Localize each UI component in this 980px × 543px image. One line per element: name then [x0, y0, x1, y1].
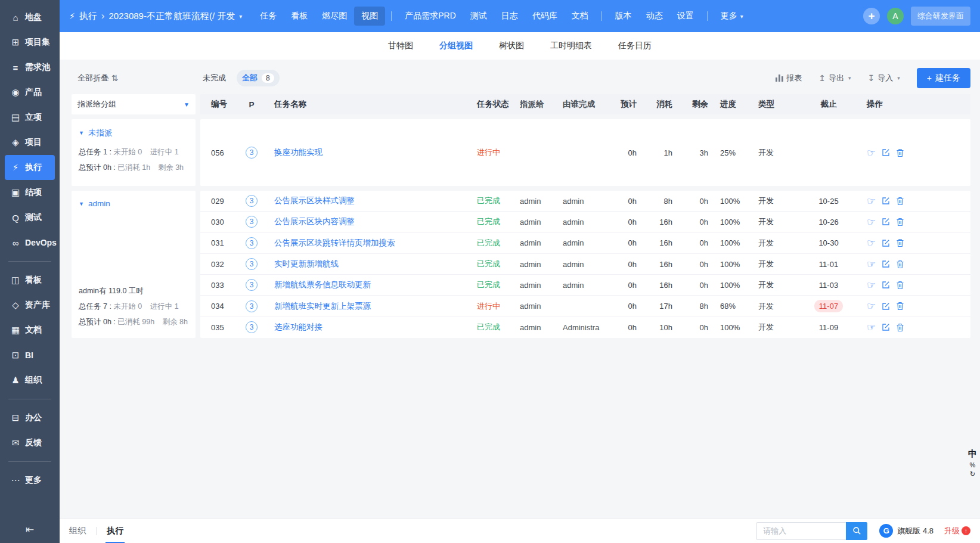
top-menu-item-build[interactable]: 版本 ▾ — [608, 7, 639, 26]
sidebar-item-more[interactable]: ⋯ 更多 — [0, 468, 60, 493]
view-tab-effort[interactable]: 工时明细表 — [550, 41, 592, 51]
assign-icon[interactable]: ☞ — [867, 196, 876, 206]
sidebar-item-product[interactable]: ◉ 产品 — [0, 80, 60, 105]
collapse-all-button[interactable]: 全部折叠 ⇅ — [72, 73, 119, 83]
task-name-link[interactable]: 实时更新新增航线 — [265, 259, 470, 269]
edit-icon[interactable] — [882, 260, 890, 268]
sidebar-item-office[interactable]: ⊟ 办公 — [0, 405, 60, 430]
top-menu-item-test[interactable]: 测试 ▾ — [463, 7, 494, 26]
view-tab-calendar[interactable]: 任务日历 — [618, 41, 652, 51]
view-tab-gantt[interactable]: 甘特图 — [388, 41, 413, 51]
sidebar-item-feedback[interactable]: ✉ 反馈 — [0, 430, 60, 455]
top-menu-item-burndown[interactable]: 燃尽图 ▾ — [315, 7, 354, 26]
sidebar-item-closure[interactable]: ▣ 结项 — [0, 180, 60, 205]
assign-icon[interactable]: ☞ — [867, 259, 876, 269]
sidebar-item-project-set[interactable]: ⊞ 项目集 — [0, 30, 60, 55]
col-header-type[interactable]: 类型 — [752, 99, 806, 110]
sidebar-item-kanban[interactable]: ◫ 看板 — [0, 268, 60, 293]
edit-icon[interactable] — [882, 197, 890, 205]
col-header-deadline[interactable]: 截止 — [806, 99, 851, 110]
col-header-left[interactable]: 剩余 — [682, 99, 715, 110]
col-header-assigned-to[interactable]: 指派给 — [520, 99, 563, 110]
task-name-link[interactable]: 公告展示区块内容调整 — [265, 216, 470, 227]
ime-lang-indicator[interactable]: 中 — [968, 448, 977, 460]
edit-icon[interactable] — [882, 281, 890, 289]
assign-icon[interactable]: ☞ — [867, 148, 876, 158]
sidebar-collapse-button[interactable]: ⇤ — [0, 523, 60, 543]
delete-icon[interactable] — [896, 302, 904, 311]
top-menu-item-prd[interactable]: 产品需求PRD ▾ — [398, 7, 463, 26]
sidebar-item-assets[interactable]: ◇ 资产库 — [0, 293, 60, 318]
create-task-button[interactable]: + 建任务 — [917, 68, 970, 88]
filter-unfinished[interactable]: 未完成 — [200, 69, 228, 87]
edit-icon[interactable] — [882, 302, 890, 311]
sidebar-item-doc[interactable]: ▦ 文档 — [0, 318, 60, 343]
sidebar-item-execution[interactable]: ⚡ 执行 — [5, 155, 55, 180]
footer-search-input[interactable] — [756, 522, 846, 540]
col-header-progress[interactable]: 进度 — [715, 99, 752, 110]
delete-icon[interactable] — [896, 323, 904, 332]
group-toggle-unassigned[interactable]: ▼ 未指派 — [79, 128, 188, 138]
col-header-finished-by[interactable]: 由谁完成 — [563, 99, 612, 110]
view-tab-tree[interactable]: 树状图 — [499, 41, 524, 51]
breadcrumb-app[interactable]: 执行 — [79, 11, 97, 22]
assign-icon[interactable]: ☞ — [867, 217, 876, 227]
top-menu-item-more[interactable]: 更多 ▾ — [714, 7, 750, 26]
assign-icon[interactable]: ☞ — [867, 301, 876, 311]
delete-icon[interactable] — [896, 281, 904, 290]
assign-icon[interactable]: ☞ — [867, 322, 876, 333]
task-name-link[interactable]: 公告展示区块样式调整 — [265, 196, 470, 206]
edit-icon[interactable] — [882, 239, 890, 247]
sidebar-item-org[interactable]: ♟ 组织 — [0, 368, 60, 393]
upgrade-link[interactable]: 升级 ↑ — [944, 526, 970, 536]
filter-all[interactable]: 全部 8 — [237, 70, 280, 86]
quick-create-button[interactable]: + — [863, 8, 880, 24]
breadcrumb-project[interactable]: 2023089-不正常航班流程(/ 开发 — [109, 11, 235, 22]
edit-icon[interactable] — [882, 148, 890, 157]
sidebar-item-home[interactable]: ⌂ 地盘 — [0, 5, 60, 30]
delete-icon[interactable] — [896, 148, 904, 157]
edit-icon[interactable] — [882, 218, 890, 226]
group-toggle-admin[interactable]: ▼ admin — [79, 199, 188, 208]
sidebar-item-qa[interactable]: Q 测试 — [0, 205, 60, 230]
top-menu-item-repo[interactable]: 代码库 ▾ — [525, 7, 565, 26]
top-menu-item-doc[interactable]: 文档 ▾ — [565, 7, 596, 26]
ime-icon-1[interactable]: % — [970, 461, 976, 468]
delete-icon[interactable] — [896, 238, 904, 247]
footer-tab-execution[interactable]: 执行 — [106, 519, 125, 543]
col-header-priority[interactable]: P — [238, 100, 265, 109]
top-menu-item-kanban[interactable]: 看板 ▾ — [284, 7, 315, 26]
workbench-button[interactable]: 综合研发界面 — [911, 7, 970, 26]
col-header-name[interactable]: 任务名称 — [265, 99, 470, 110]
sidebar-item-bi[interactable]: ⊡ BI — [0, 343, 60, 368]
export-button[interactable]: ↥ 导出 ▾ — [818, 73, 851, 83]
sidebar-item-backlog[interactable]: ≡ 需求池 — [0, 55, 60, 80]
report-button[interactable]: 报表 — [776, 73, 802, 83]
task-name-link[interactable]: 新增航班实时更新上架票源 — [265, 301, 470, 312]
delete-icon[interactable] — [896, 218, 904, 226]
view-tab-grouping[interactable]: 分组视图 — [439, 41, 473, 51]
task-name-link[interactable]: 换座功能实现 — [265, 147, 470, 158]
assign-icon[interactable]: ☞ — [867, 280, 876, 290]
import-button[interactable]: ↧ 导入 ▾ — [868, 73, 900, 83]
sidebar-item-devops[interactable]: ∞ DevOps — [0, 230, 60, 255]
top-menu-item-log[interactable]: 日志 ▾ — [494, 7, 525, 26]
search-button[interactable] — [846, 522, 867, 540]
avatar[interactable]: A — [887, 8, 904, 24]
task-name-link[interactable]: 新增航线票务信息联动更新 — [265, 280, 470, 290]
delete-icon[interactable] — [896, 260, 904, 269]
sidebar-item-project[interactable]: ◈ 项目 — [0, 130, 60, 155]
col-header-consumed[interactable]: 消耗 — [646, 99, 682, 110]
group-by-select[interactable]: 指派给分组 ▼ — [72, 94, 196, 114]
footer-tab-org[interactable]: 组织 — [68, 519, 87, 543]
col-header-id[interactable]: 编号 — [200, 99, 238, 110]
sidebar-item-initiation[interactable]: ▤ 立项 — [0, 105, 60, 130]
top-menu-item-view[interactable]: 视图 ▾ — [354, 7, 385, 26]
task-name-link[interactable]: 选座功能对接 — [265, 322, 470, 333]
top-menu-item-dynamic[interactable]: 动态 ▾ — [639, 7, 670, 26]
col-header-estimate[interactable]: 预计 — [612, 99, 646, 110]
delete-icon[interactable] — [896, 197, 904, 206]
top-menu-item-setting[interactable]: 设置 ▾ — [670, 7, 701, 26]
col-header-status[interactable]: 任务状态 — [470, 99, 520, 110]
edit-icon[interactable] — [882, 323, 890, 331]
